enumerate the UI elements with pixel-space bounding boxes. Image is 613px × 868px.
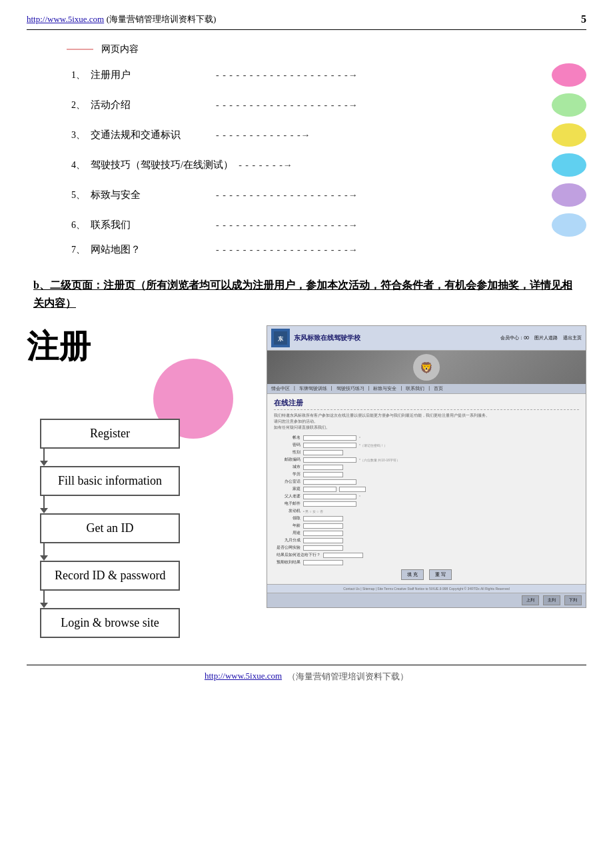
form-row-city: 城市 bbox=[274, 464, 579, 470]
nav-dashes-3: - - - - - - - - - - - - -→ bbox=[216, 130, 541, 141]
header-page-num: 5 bbox=[581, 13, 586, 25]
webpage-footer: Contact Us | Sitemap | Site Terms Creati… bbox=[267, 584, 586, 593]
form-input-email[interactable] bbox=[303, 501, 356, 507]
reg-title: 在线注册 bbox=[274, 398, 579, 410]
subnav-separator-3: | bbox=[368, 385, 370, 392]
subnav-item-2[interactable]: 车牌驾驶训练 bbox=[299, 385, 327, 392]
form-input-expected[interactable] bbox=[303, 560, 343, 565]
subnav-item-3[interactable]: 驾驶技巧练习 bbox=[336, 385, 364, 392]
webpage-nav-images: 图片人道路 bbox=[534, 335, 558, 341]
form-input-city[interactable] bbox=[303, 465, 343, 470]
form-input-result[interactable] bbox=[323, 553, 363, 558]
form-input-family[interactable] bbox=[303, 494, 356, 499]
form-input-postcode[interactable] bbox=[303, 457, 356, 463]
reg-description: 我们特邀东风标致所有客户参加这次在线注册以便以后能更方便参与我们到最近功能，我们… bbox=[274, 413, 579, 431]
form-row-username: 帐名 * bbox=[274, 435, 579, 441]
nav-oval-5 bbox=[552, 183, 586, 207]
form-note-postcode: *（六位数量 共10-16字符） bbox=[359, 458, 400, 462]
bottom-btn-main[interactable]: 主列 bbox=[543, 595, 560, 605]
nav-item-2: 2、 活动介绍 - - - - - - - - - - - - - - - - … bbox=[67, 93, 586, 117]
form-input-purpose[interactable] bbox=[303, 531, 343, 536]
nav-text-2: 活动介绍 bbox=[91, 99, 211, 111]
page-footer: http://www.5ixue.com （海量营销管理培训资料下载） bbox=[27, 665, 586, 683]
subnav-item-6[interactable]: 首页 bbox=[434, 385, 443, 392]
nav-num-7: 7、 bbox=[67, 244, 85, 256]
nav-oval-3 bbox=[552, 123, 586, 147]
svg-text:东: 东 bbox=[278, 335, 284, 342]
header-url-area: http://www.5ixue.com (海量营销管理培训资料下载) bbox=[27, 13, 216, 25]
nav-item-6: 6、 联系我们 - - - - - - - - - - - - - - - - … bbox=[67, 213, 586, 237]
subnav-item-4[interactable]: 标致与安全 bbox=[373, 385, 396, 392]
form-input-home1[interactable] bbox=[303, 487, 336, 492]
form-row-office-phone: 办公室话 bbox=[274, 479, 579, 485]
nav-oval-1 bbox=[552, 63, 586, 87]
form-label-postcode: 邮政编码 bbox=[274, 457, 301, 463]
form-row-password: 密码 *（请记住密码！） bbox=[274, 442, 579, 448]
bottom-btn-next[interactable]: 下列 bbox=[564, 595, 582, 605]
form-note-username: * bbox=[359, 436, 360, 440]
nav-text-1: 注册用户 bbox=[91, 69, 211, 81]
form-label-gender: 性别 bbox=[274, 449, 301, 455]
flow-step-login: Login & browse site bbox=[40, 608, 180, 638]
webpage-nav-member: 会员中心：00 bbox=[500, 335, 529, 341]
form-input-education[interactable] bbox=[303, 472, 343, 477]
flow-step-get-id: Get an ID bbox=[40, 513, 180, 543]
webpage-subnav: 情会中区 | 车牌驾驶训练 | 驾驶技巧练习 | 标致与安全 | 联系我们 | … bbox=[267, 384, 586, 394]
form-input-gender[interactable] bbox=[303, 450, 343, 455]
webpage-logo-icon: 东 bbox=[271, 329, 290, 347]
form-label-purpose: 用途 bbox=[274, 530, 301, 536]
page-header: http://www.5ixue.com (海量营销管理培训资料下载) 5 bbox=[27, 13, 586, 30]
form-label-engine: 发动机 bbox=[274, 508, 301, 514]
form-row-receive: 领取 bbox=[274, 515, 579, 521]
form-input-age[interactable] bbox=[303, 523, 343, 529]
header-link[interactable]: http://www.5ixue.com bbox=[27, 14, 104, 24]
nav-num-2: 2、 bbox=[67, 99, 85, 111]
nav-dashes-4: - - - - - - -→ bbox=[239, 160, 541, 171]
arrow-head-3 bbox=[40, 555, 48, 561]
nav-dashes-6: - - - - - - - - - - - - - - - - - - - -→ bbox=[216, 220, 541, 231]
form-input-public[interactable] bbox=[303, 545, 343, 551]
subnav-item-5[interactable]: 联系我们 bbox=[406, 385, 424, 392]
form-input-home2[interactable] bbox=[339, 487, 366, 492]
form-note-family: * bbox=[359, 495, 360, 499]
footer-link[interactable]: http://www.5ixue.com bbox=[205, 671, 282, 683]
arrow-line-3 bbox=[43, 543, 45, 555]
flow-arrow-4 bbox=[33, 591, 48, 608]
nav-item-7: 7、 网站地图？ - - - - - - - - - - - - - - - -… bbox=[67, 243, 586, 256]
nav-text-4: 驾驶技巧（驾驶技巧/在线测试） bbox=[91, 159, 233, 171]
flow-arrow-3 bbox=[33, 543, 48, 561]
footer-text: （海量营销管理培训资料下载） bbox=[287, 671, 408, 683]
form-label-family: 父人老婆 bbox=[274, 493, 301, 499]
form-input-password[interactable] bbox=[303, 443, 356, 448]
form-row-engine: 发动机 • 男 ○ 女 ○ 否 bbox=[274, 508, 579, 514]
peugeot-lion-icon: 🦁 bbox=[413, 354, 440, 381]
form-row-gender: 性别 bbox=[274, 449, 579, 455]
form-label-education: 学历 bbox=[274, 471, 301, 477]
form-row-result: 结果后如何送达给下行？ bbox=[274, 552, 579, 558]
nav-item-1: 1、 注册用户 - - - - - - - - - - - - - - - - … bbox=[67, 63, 586, 87]
form-reset-button[interactable]: 重 写 bbox=[429, 569, 452, 580]
form-input-monthly[interactable] bbox=[303, 538, 343, 543]
flow-label-register: Register bbox=[90, 427, 130, 440]
form-label-monthly: 九月分成 bbox=[274, 537, 301, 543]
subnav-separator-1: | bbox=[294, 385, 295, 392]
form-input-username[interactable] bbox=[303, 435, 356, 441]
webpage-screenshot: 东 东风标致在线驾驶学校 会员中心：00 图片人道路 退出主页 � bbox=[267, 325, 586, 608]
form-button-row: 填 充 重 写 bbox=[274, 569, 579, 580]
arrow-head-4 bbox=[40, 603, 48, 608]
webpage-title: 东风标致在线驾驶学校 bbox=[294, 333, 360, 343]
nav-text-5: 标致与安全 bbox=[91, 189, 211, 201]
nav-num-4: 4、 bbox=[67, 159, 85, 171]
nav-num-6: 6、 bbox=[67, 219, 85, 231]
nav-text-6: 联系我们 bbox=[91, 219, 211, 231]
banner-image: 🦁 bbox=[267, 351, 586, 384]
form-label-home: 家庭 bbox=[274, 486, 301, 492]
bottom-btn-prev[interactable]: 上列 bbox=[522, 595, 539, 605]
form-input-office-phone[interactable] bbox=[303, 479, 356, 485]
form-input-receive[interactable] bbox=[303, 516, 343, 521]
subnav-item-1[interactable]: 情会中区 bbox=[271, 385, 290, 392]
webpage-header: 东 东风标致在线驾驶学校 会员中心：00 图片人道路 退出主页 bbox=[267, 326, 586, 351]
flow-step-register: Register bbox=[40, 419, 180, 449]
flow-label-record: Record ID & password bbox=[55, 569, 165, 582]
form-submit-button[interactable]: 填 充 bbox=[401, 569, 424, 580]
